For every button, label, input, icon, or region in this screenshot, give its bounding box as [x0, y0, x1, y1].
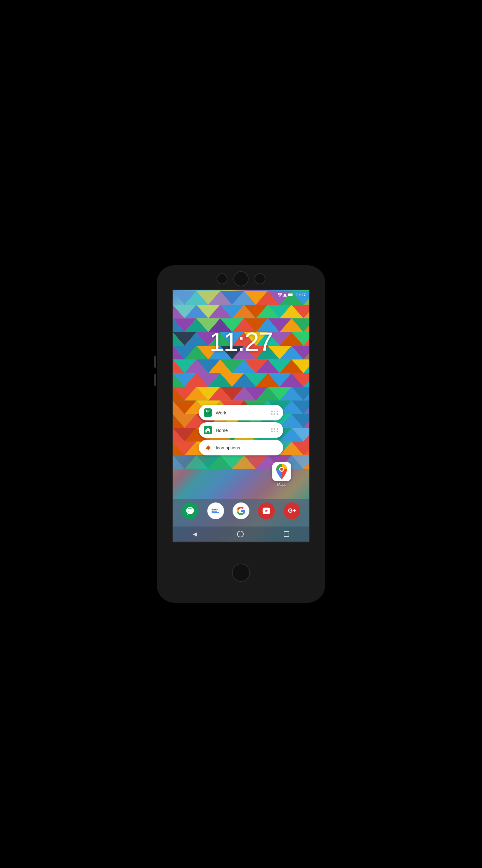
status-icons: 11:27: [278, 293, 306, 297]
maps-app-icon[interactable]: G: [272, 462, 291, 481]
svg-rect-160: [292, 294, 293, 296]
phone-screen: 11:27 11:27: [172, 289, 310, 542]
home-menu-dots: [271, 428, 278, 432]
navigation-bar: ◀: [172, 527, 310, 541]
volume-down-button[interactable]: [154, 374, 156, 386]
recent-apps-square-icon: [284, 531, 289, 537]
svg-rect-174: [212, 509, 214, 510]
svg-marker-157: [283, 293, 287, 297]
youtube-app-icon[interactable]: [258, 502, 275, 519]
svg-rect-177: [212, 510, 214, 512]
camera-right: [255, 273, 265, 284]
menu-item-work[interactable]: Work: [199, 405, 283, 421]
signal-icon: [283, 293, 287, 297]
hangouts-app-icon[interactable]: [182, 502, 198, 519]
maps-label: Maps: [277, 483, 286, 487]
home-menu-label: Home: [216, 428, 271, 433]
svg-rect-175: [214, 509, 216, 510]
svg-text:G+: G+: [288, 507, 296, 514]
recent-apps-button[interactable]: [284, 531, 289, 537]
context-menu: Work Home: [199, 405, 283, 456]
back-button[interactable]: ◀: [193, 531, 197, 537]
gboard-app-icon[interactable]: [207, 502, 224, 519]
phone-top-bar: [157, 265, 325, 289]
maps-app-container[interactable]: G Maps: [272, 462, 291, 487]
svg-rect-166: [207, 410, 210, 412]
camera-left: [217, 273, 227, 284]
svg-rect-176: [216, 509, 218, 510]
gplus-app-icon[interactable]: G+: [284, 502, 300, 519]
home-icon: [205, 427, 211, 433]
clock-display: 11:27: [172, 327, 310, 357]
volume-up-button[interactable]: [154, 355, 156, 368]
home-circle-icon: [237, 531, 244, 537]
phone-bottom: [232, 542, 250, 603]
wifi-icon: [278, 293, 282, 297]
status-time: 11:27: [296, 293, 306, 297]
svg-point-156: [279, 296, 280, 297]
work-menu-dots: [271, 411, 278, 415]
briefcase-icon: [205, 410, 211, 415]
app-dock: G+: [172, 499, 310, 527]
google-app-icon[interactable]: [232, 502, 250, 519]
home-button[interactable]: [237, 531, 244, 537]
svg-rect-179: [212, 513, 219, 513]
battery-icon: [288, 293, 293, 297]
menu-item-icon-options[interactable]: Icon options: [199, 440, 283, 456]
work-icon-container: [204, 408, 212, 417]
gear-icon-container: [204, 443, 212, 452]
gear-icon: [204, 444, 211, 451]
svg-rect-178: [214, 510, 217, 512]
home-icon-container: [204, 426, 212, 434]
status-bar: 11:27: [172, 290, 310, 299]
speaker: [233, 271, 249, 286]
work-menu-label: Work: [216, 410, 271, 415]
phone-device: 11:27 11:27: [157, 265, 325, 603]
dock-app-row: G+: [178, 502, 304, 519]
menu-item-home[interactable]: Home: [199, 422, 283, 438]
svg-rect-159: [288, 294, 292, 296]
fingerprint-sensor[interactable]: [232, 564, 250, 582]
icon-options-label: Icon options: [216, 445, 278, 450]
